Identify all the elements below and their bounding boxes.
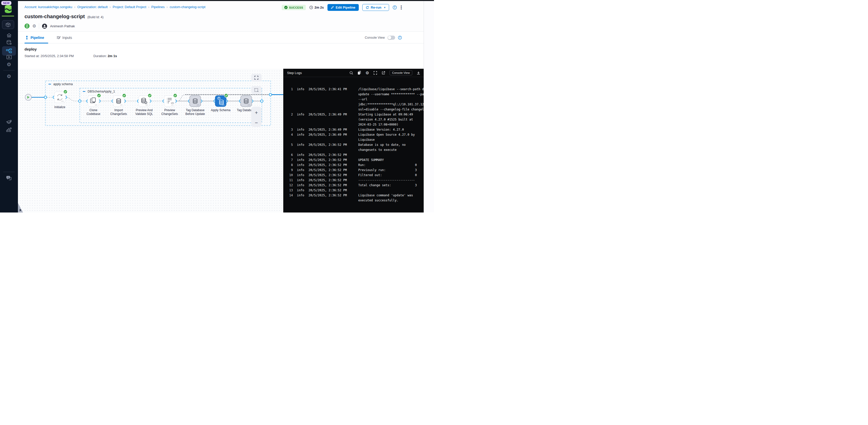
log-entry: 4info20/5/2025, 2:36:49 PMLiquibase Open… bbox=[287, 132, 424, 142]
step-node-clone-codebase[interactable]: </> Clone Codebase bbox=[87, 94, 101, 116]
download-icon[interactable] bbox=[416, 71, 421, 75]
zoom-in-button[interactable]: + bbox=[255, 110, 258, 116]
step-node-preview-validate-sql[interactable]: </> Preview And Validate SQL bbox=[135, 94, 153, 116]
log-entry: 9info20/5/2025, 2:36:52 PMPreviously run… bbox=[287, 168, 424, 173]
step-node-initialize[interactable]: </> Initialize bbox=[54, 90, 67, 109]
log-line-number: 5 bbox=[287, 142, 293, 152]
log-message: Starting Liquibase at 09:06:49(version 4… bbox=[358, 112, 424, 127]
code-icon: </> bbox=[247, 104, 250, 106]
breadcrumb-link[interactable]: custom-changelog-script bbox=[170, 5, 206, 9]
step-node-import-changesets[interactable]: </> Import ChangeSets bbox=[110, 94, 127, 116]
gear-icon: ⚙ bbox=[7, 73, 11, 79]
layers-gear-icon bbox=[6, 119, 12, 125]
log-timestamp: 20/5/2025, 2:36:52 PM bbox=[309, 183, 358, 188]
harness-dbops-logo[interactable] bbox=[4, 5, 12, 15]
rerun-button[interactable]: Re-run ▼ bbox=[362, 4, 389, 11]
edge-bypass-arc bbox=[178, 95, 186, 101]
log-message: ------------------------------- bbox=[358, 178, 424, 183]
tab-pipeline[interactable]: Pipeline bbox=[25, 32, 44, 44]
sidebar-item-help[interactable]: ? bbox=[0, 175, 18, 181]
group-apply-schema[interactable]: apply schema bbox=[45, 81, 271, 125]
sidebar-item-settings[interactable]: ⚙ bbox=[0, 61, 18, 67]
page-scrollbar-gutter[interactable] bbox=[424, 0, 434, 213]
log-settings-gear-icon[interactable]: ⚙ bbox=[366, 71, 369, 75]
copy-icon[interactable] bbox=[358, 71, 361, 75]
sidebar-item-environments[interactable] bbox=[0, 119, 18, 125]
tab-inputs[interactable]: Inputs bbox=[57, 32, 72, 44]
step-label: ChangeSets bbox=[161, 112, 178, 116]
fullscreen-icon[interactable] bbox=[373, 71, 377, 75]
log-message: Total change sets:3 bbox=[358, 183, 424, 188]
breadcrumb-separator: › bbox=[110, 5, 111, 9]
step-logs-title: Step Logs bbox=[287, 71, 302, 75]
success-badge bbox=[224, 94, 228, 97]
marquee-select-button[interactable] bbox=[251, 86, 261, 94]
log-level: info bbox=[293, 168, 309, 173]
sidebar-item-infrastructure[interactable] bbox=[0, 126, 18, 133]
home-icon bbox=[6, 33, 12, 38]
breadcrumb-link[interactable]: Pipelines bbox=[151, 5, 165, 9]
header-actions: SUCCESS 2m 2s Edit Pipeline Re-run ▼ bbox=[282, 4, 402, 11]
console-view-button[interactable]: Console View bbox=[390, 70, 412, 75]
step-node-apply-schema[interactable]: </> Apply Schema bbox=[211, 94, 230, 112]
executions-icon bbox=[6, 55, 12, 60]
log-timestamp: 20/5/2025, 2:36:52 PM bbox=[309, 173, 358, 178]
title-row: custom-changelog-script (Build Id: 4) bbox=[25, 13, 103, 20]
cube-icon bbox=[5, 22, 11, 28]
code-icon: </> bbox=[171, 104, 174, 106]
sidebar-item-databases[interactable] bbox=[0, 39, 18, 46]
code-icon: </> bbox=[222, 104, 225, 106]
edit-pipeline-button[interactable]: Edit Pipeline bbox=[328, 4, 359, 11]
log-timestamp: 20/5/2025, 2:36:52 PM bbox=[309, 158, 358, 163]
sidebar-item-account-settings[interactable]: ⚙ bbox=[0, 73, 18, 79]
pipeline-canvas[interactable]: apply schema DBSchemaApply_1 bbox=[18, 69, 283, 213]
step-label: Apply Schema bbox=[211, 108, 230, 112]
duration-value: 2m 1s bbox=[107, 54, 117, 58]
svg-text:?: ? bbox=[7, 176, 9, 179]
log-output[interactable]: 1info20/5/2025, 2:36:41 PM/liquibase/liq… bbox=[283, 77, 424, 213]
step-node-tag-database-before-update[interactable]: </> Tag Database Before Update bbox=[185, 95, 205, 116]
log-entry: 2info20/5/2025, 2:36:49 PMStarting Liqui… bbox=[287, 112, 424, 127]
build-id: (Build Id: 4) bbox=[87, 16, 103, 19]
step-label: Import bbox=[114, 108, 123, 112]
module-selector-button[interactable] bbox=[2, 20, 14, 29]
step-node-preview-changesets[interactable]: </> </> Preview ChangeSets bbox=[161, 94, 178, 116]
breadcrumb-link[interactable]: Project: Default Project bbox=[113, 5, 146, 9]
log-message: /liquibase/liquibase --search-path dbupd… bbox=[358, 87, 424, 112]
breadcrumb-link[interactable]: Account: kurosakiichigo.songoku bbox=[25, 5, 72, 9]
left-panel-expand-handle[interactable] bbox=[18, 203, 23, 213]
log-timestamp: 20/5/2025, 2:36:49 PM bbox=[309, 112, 358, 127]
info-icon[interactable] bbox=[398, 36, 402, 40]
start-node[interactable] bbox=[25, 94, 32, 101]
sidebar-item-home[interactable] bbox=[0, 32, 18, 38]
org-chart-gear-icon bbox=[6, 127, 12, 133]
log-entry: 14info20/5/2025, 2:36:52 PMLiquibase com… bbox=[287, 193, 424, 203]
expand-view-button[interactable] bbox=[251, 74, 261, 82]
fullscreen-icon bbox=[254, 76, 258, 80]
log-line-number: 1 bbox=[287, 87, 293, 112]
code-icon: </> bbox=[95, 104, 97, 106]
search-icon[interactable] bbox=[349, 71, 353, 75]
log-timestamp: 20/5/2025, 2:36:52 PM bbox=[309, 188, 358, 193]
log-line-number: 10 bbox=[287, 173, 293, 178]
sidebar-item-executions[interactable] bbox=[0, 54, 18, 60]
console-view-toggle[interactable] bbox=[388, 36, 395, 40]
gear-icon[interactable]: ⚙ bbox=[32, 24, 36, 29]
divider bbox=[39, 23, 39, 29]
log-entry: 10info20/5/2025, 2:36:52 PMFiltered out:… bbox=[287, 173, 424, 178]
duration-label: Duration: bbox=[93, 54, 107, 58]
breadcrumb-link[interactable]: Organization: default bbox=[77, 5, 107, 9]
trigger-link-icon bbox=[25, 24, 30, 29]
log-level: info bbox=[293, 163, 309, 168]
info-icon[interactable] bbox=[393, 5, 397, 9]
stage-group-label: apply schema bbox=[53, 82, 73, 86]
window-top-edge bbox=[0, 0, 434, 1]
open-external-icon[interactable] bbox=[381, 71, 385, 75]
more-options-menu[interactable]: ••• bbox=[400, 5, 402, 10]
breadcrumb: Account: kurosakiichigo.songoku›Organiza… bbox=[25, 5, 206, 9]
log-level: info bbox=[293, 183, 309, 188]
log-timestamp: 20/5/2025, 2:36:49 PM bbox=[309, 127, 358, 132]
zoom-out-button[interactable]: − bbox=[255, 122, 258, 124]
rerun-icon bbox=[366, 6, 369, 9]
step-label: Before Update bbox=[185, 112, 205, 116]
